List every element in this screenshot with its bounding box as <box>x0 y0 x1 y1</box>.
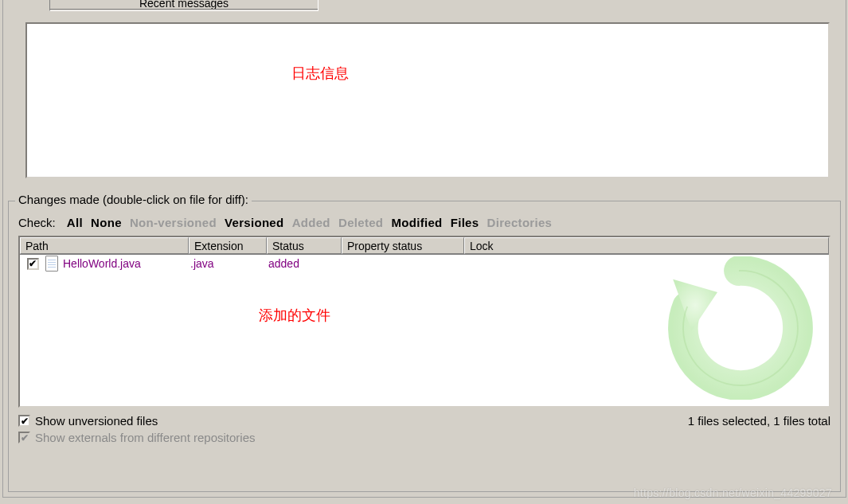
filter-non-versioned: Non-versioned <box>130 216 217 229</box>
row-extension: .java <box>190 257 268 270</box>
changes-group: Changes made (double-click on file for d… <box>8 201 841 492</box>
show-unversioned-checkbox[interactable]: ✔ <box>18 415 30 427</box>
file-icon <box>45 256 58 272</box>
filter-modified[interactable]: Modified <box>391 216 442 229</box>
filter-deleted: Deleted <box>338 216 383 229</box>
col-property-status[interactable]: Property status <box>342 237 464 254</box>
message-group: Recent messages 日志信息 <box>3 0 846 194</box>
filter-none[interactable]: None <box>91 216 122 229</box>
row-status: added <box>268 257 343 270</box>
show-unversioned-option[interactable]: ✔ Show unversioned files <box>18 414 256 428</box>
watermark: https://blog.csdn.net/weixin_44299027 <box>634 486 832 499</box>
filter-all[interactable]: All <box>67 216 83 229</box>
show-externals-option: ✔ Show externals from different reposito… <box>18 431 256 444</box>
changes-list[interactable]: Path Extension Status Property status Lo… <box>18 236 830 408</box>
show-unversioned-label: Show unversioned files <box>35 414 158 428</box>
col-path[interactable]: Path <box>20 237 189 254</box>
check-label: Check: <box>18 216 56 229</box>
selection-status: 1 files selected, 1 files total <box>688 414 830 428</box>
col-extension[interactable]: Extension <box>189 237 267 254</box>
filter-directories: Directories <box>487 216 553 229</box>
show-externals-checkbox: ✔ <box>18 432 30 443</box>
filter-versioned[interactable]: Versioned <box>225 216 283 229</box>
col-status[interactable]: Status <box>267 237 342 254</box>
table-row[interactable]: ✔ HelloWorld.java .java added <box>20 255 829 272</box>
row-checkbox[interactable]: ✔ <box>27 258 39 270</box>
annotation-added-file: 添加的文件 <box>259 306 330 325</box>
log-message-textarea[interactable]: 日志信息 <box>25 22 830 178</box>
row-path: HelloWorld.java <box>63 257 190 270</box>
filter-added: Added <box>292 216 330 229</box>
show-externals-label: Show externals from different repositori… <box>35 431 256 444</box>
list-header: Path Extension Status Property status Lo… <box>20 237 829 255</box>
recent-messages-button[interactable]: Recent messages <box>49 0 318 11</box>
col-lock[interactable]: Lock <box>464 237 829 254</box>
annotation-log-info: 日志信息 <box>291 64 349 83</box>
filter-row: Check: All None Non-versioned Versioned … <box>18 216 830 229</box>
filter-files[interactable]: Files <box>451 216 479 229</box>
refresh-arrow-icon <box>663 256 815 400</box>
changes-legend: Changes made (double-click on file for d… <box>15 193 252 206</box>
